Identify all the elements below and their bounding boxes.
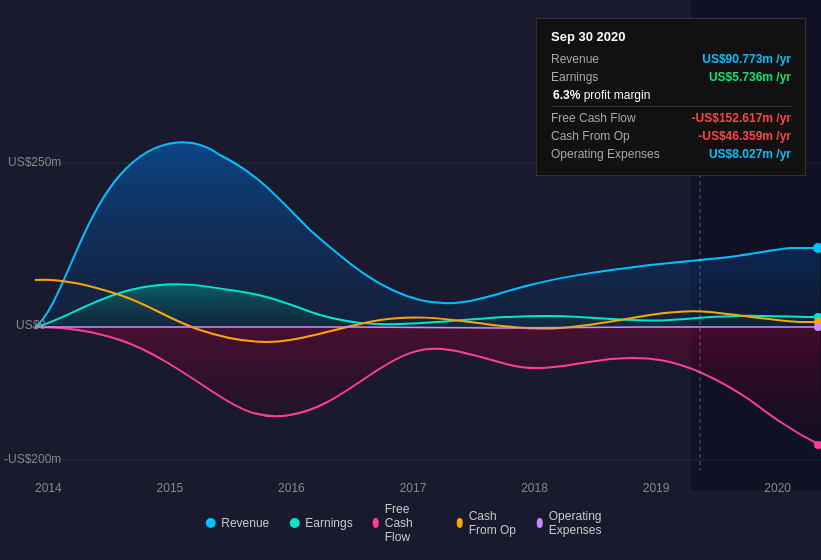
tooltip-label-opex: Operating Expenses (551, 147, 661, 161)
x-label-2015: 2015 (157, 481, 184, 495)
tooltip-value-cashfromop: -US$46.359m /yr (698, 129, 791, 143)
x-label-2014: 2014 (35, 481, 62, 495)
tooltip-title: Sep 30 2020 (551, 29, 791, 44)
x-axis: 2014 2015 2016 2017 2018 2019 2020 (0, 481, 821, 495)
legend-dot-revenue (205, 518, 215, 528)
x-label-2017: 2017 (400, 481, 427, 495)
tooltip-row-earnings: Earnings US$5.736m /yr (551, 70, 791, 84)
tooltip-label-earnings: Earnings (551, 70, 661, 84)
x-label-2020: 2020 (764, 481, 791, 495)
legend-label-earnings: Earnings (305, 516, 352, 530)
legend-label-revenue: Revenue (221, 516, 269, 530)
tooltip-row-fcf: Free Cash Flow -US$152.617m /yr (551, 111, 791, 125)
tooltip-value-fcf: -US$152.617m /yr (692, 111, 791, 125)
tooltip-label-revenue: Revenue (551, 52, 661, 66)
legend-item-earnings[interactable]: Earnings (289, 516, 352, 530)
tooltip-value-opex: US$8.027m /yr (709, 147, 791, 161)
tooltip-label-cashfromop: Cash From Op (551, 129, 661, 143)
legend-dot-opex (537, 518, 543, 528)
tooltip-row-cashfromop: Cash From Op -US$46.359m /yr (551, 129, 791, 143)
tooltip-value-revenue: US$90.773m /yr (702, 52, 791, 66)
tooltip-value-earnings: US$5.736m /yr (709, 70, 791, 84)
legend-label-fcf: Free Cash Flow (385, 502, 437, 544)
legend-item-revenue[interactable]: Revenue (205, 516, 269, 530)
legend-label-cashfromop: Cash From Op (469, 509, 517, 537)
chart-legend: Revenue Earnings Free Cash Flow Cash Fro… (205, 502, 616, 544)
legend-label-opex: Operating Expenses (549, 509, 616, 537)
x-label-2016: 2016 (278, 481, 305, 495)
y-axis-label-0: US$0 (16, 318, 46, 332)
profit-margin-text: 6.3% profit margin (551, 88, 791, 102)
tooltip-box: Sep 30 2020 Revenue US$90.773m /yr Earni… (536, 18, 806, 176)
chart-container: Sep 30 2020 Revenue US$90.773m /yr Earni… (0, 0, 821, 560)
x-label-2018: 2018 (521, 481, 548, 495)
legend-dot-fcf (373, 518, 379, 528)
tooltip-label-fcf: Free Cash Flow (551, 111, 661, 125)
x-label-2019: 2019 (643, 481, 670, 495)
y-axis-label-250m: US$250m (8, 155, 61, 169)
legend-item-fcf[interactable]: Free Cash Flow (373, 502, 437, 544)
tooltip-row-opex: Operating Expenses US$8.027m /yr (551, 147, 791, 161)
legend-item-opex[interactable]: Operating Expenses (537, 509, 616, 537)
legend-dot-cashfromop (457, 518, 463, 528)
legend-dot-earnings (289, 518, 299, 528)
tooltip-row-revenue: Revenue US$90.773m /yr (551, 52, 791, 66)
legend-item-cashfromop[interactable]: Cash From Op (457, 509, 517, 537)
y-axis-label-200m: -US$200m (4, 452, 61, 466)
